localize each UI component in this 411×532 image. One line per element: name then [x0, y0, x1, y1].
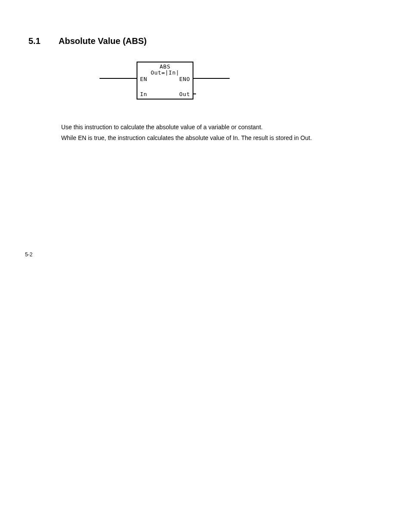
function-block-diagram: ABS Out=|In| EN ENO In Out	[100, 62, 230, 101]
function-block-box: ABS Out=|In| EN ENO In Out	[137, 62, 193, 100]
section-title: Absolute Value (ABS)	[59, 36, 146, 46]
paragraph-2: While EN is true, the instruction calcul…	[61, 134, 361, 142]
block-expression-label: Out=|In|	[137, 69, 193, 76]
section-number: 5.1	[28, 36, 59, 46]
body-text: Use this instruction to calculate the ab…	[61, 123, 361, 145]
paragraph-1: Use this instruction to calculate the ab…	[61, 123, 361, 131]
port-out-label: Out	[179, 91, 190, 97]
page: 5.1Absolute Value (ABS) ABS Out=|In| EN …	[0, 0, 411, 532]
block-name-label: ABS	[137, 63, 193, 70]
port-en-label: EN	[140, 76, 147, 82]
port-eno-label: ENO	[179, 76, 190, 82]
wire-right-out	[193, 93, 196, 94]
wire-left-en	[100, 78, 137, 79]
wire-right-eno	[193, 78, 230, 79]
section-heading: 5.1Absolute Value (ABS)	[28, 36, 146, 46]
page-number: 5-2	[25, 252, 32, 258]
port-in-label: In	[140, 91, 147, 97]
